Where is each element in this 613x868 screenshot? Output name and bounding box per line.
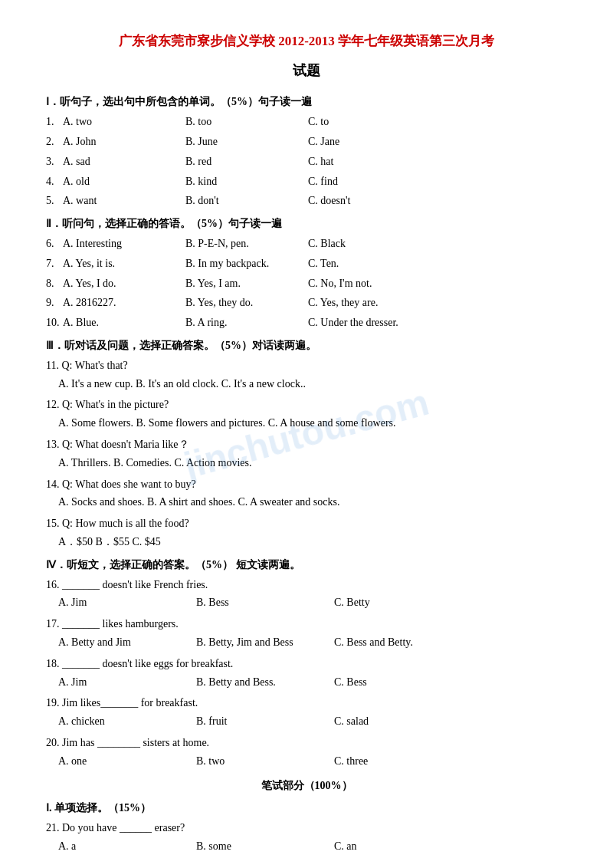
question-block: 14. Q: What does she want to buy?A. Sock… [46, 475, 567, 512]
question-number: 9. [46, 294, 63, 312]
question-row: 1.A. twoB. tooC. to [46, 113, 567, 131]
question-number: 2. [46, 133, 63, 151]
question-row: 7.A. Yes, it is.B. In my backpack.C. Ten… [46, 255, 567, 273]
option-item: A. Blue. [63, 314, 185, 332]
option-item: B. June [185, 133, 308, 151]
question-block: 15. Q: How much is all the food?A．$50 B．… [46, 515, 567, 551]
question-block: 19. Jim likes_______ for breakfast.A. ch… [46, 694, 567, 731]
options-line: A. JimB. BessC. Betty [58, 593, 567, 612]
question-number: 3. [46, 153, 63, 171]
question-text: 21. Do you have ______ eraser? [46, 819, 567, 837]
option-item: C. Black [308, 235, 431, 253]
question-text: 20. Jim has ________ sisters at home. [46, 734, 567, 752]
option-item: A. sad [63, 153, 185, 171]
option-item: B. fruit [196, 712, 334, 731]
question-text: 12. Q: What's in the picture? [46, 396, 567, 414]
section5-header: Ⅰ. 单项选择。（15%） [46, 799, 567, 817]
question-text: 19. Jim likes_______ for breakfast. [46, 694, 567, 712]
option-item: C. to [308, 113, 431, 131]
option-item: B. In my backpack. [185, 255, 308, 273]
question-block: 11. Q: What's that?A. It's a new cup. B.… [46, 357, 567, 393]
question-text: 16. _______ doesn't like French fries. [46, 576, 567, 594]
question-number: 5. [46, 192, 63, 210]
option-item: A. Yes, I do. [63, 275, 185, 293]
option-item: B. two [196, 752, 334, 771]
option-item: A. chicken [58, 712, 196, 731]
question-row: 5.A. wantB. don'tC. doesn't [46, 192, 567, 210]
option-item: C. Ten. [308, 255, 431, 273]
option-item: B. some [196, 837, 334, 856]
option-item: A. want [63, 192, 185, 210]
question-block: 12. Q: What's in the picture?A. Some flo… [46, 396, 567, 432]
question-row: 2.A. JohnB. JuneC. Jane [46, 133, 567, 151]
option-item: C. Under the dresser. [308, 314, 431, 332]
option-item: B. Yes, I am. [185, 275, 308, 293]
question-row: 4.A. oldB. kindC. find [46, 173, 567, 191]
question-row: 8.A. Yes, I do.B. Yes, I am.C. No, I'm n… [46, 275, 567, 293]
section2-header: Ⅱ．听问句，选择正确的答语。（5%）句子读一遍 [46, 215, 567, 233]
options-text: A. Some flowers. B. Some flowers and pic… [58, 414, 567, 432]
question-row: 6.A. InterestingB. P-E-N, pen.C. Black [46, 235, 567, 253]
option-item: B. red [185, 153, 308, 171]
option-item: C. Betty [334, 593, 472, 612]
option-item: B. Betty and Bess. [196, 673, 334, 692]
options-text: A. Socks and shoes. B. A shirt and shoes… [58, 493, 567, 511]
main-title: 广东省东莞市寮步信义学校 2012-2013 学年七年级英语第三次月考 [46, 31, 567, 53]
options-text: A．$50 B．$55 C. $45 [58, 533, 567, 551]
option-item: C. an [334, 837, 472, 856]
question-row: 3.A. sadB. redC. hat [46, 153, 567, 171]
option-item: B. Bess [196, 593, 334, 612]
section5-questions: 21. Do you have ______ eraser?A. aB. som… [46, 819, 567, 856]
question-block: 13. Q: What doesn't Maria like？A. Thrill… [46, 436, 567, 472]
option-item: A. Interesting [63, 235, 185, 253]
section2-questions: 6.A. InterestingB. P-E-N, pen.C. Black7.… [46, 235, 567, 332]
question-number: 10. [46, 314, 63, 332]
option-item: A. old [63, 173, 185, 191]
question-text: 15. Q: How much is all the food? [46, 515, 567, 533]
sub-title: 试题 [46, 59, 567, 83]
option-item: B. don't [185, 192, 308, 210]
option-item: B. too [185, 113, 308, 131]
question-row: 10.A. Blue.B. A ring.C. Under the dresse… [46, 314, 567, 332]
question-block: 20. Jim has ________ sisters at home.A. … [46, 734, 567, 771]
question-number: 1. [46, 113, 63, 131]
option-item: C. doesn't [308, 192, 431, 210]
section4-questions: 16. _______ doesn't like French fries.A.… [46, 576, 567, 771]
options-line: A. aB. someC. an [58, 837, 567, 856]
question-text: 14. Q: What does she want to buy? [46, 475, 567, 494]
section4-header: Ⅳ．听短文，选择正确的答案。（5%） 短文读两遍。 [46, 556, 567, 574]
question-block: 17. _______ likes hamburgers.A. Betty an… [46, 615, 567, 652]
option-item: A. Yes, it is. [63, 255, 185, 273]
question-number: 4. [46, 173, 63, 191]
question-number: 8. [46, 275, 63, 293]
section3-header: Ⅲ．听对话及问题，选择正确答案。（5%）对话读两遍。 [46, 337, 567, 355]
option-item: B. P-E-N, pen. [185, 235, 308, 253]
section3-questions: 11. Q: What's that?A. It's a new cup. B.… [46, 357, 567, 551]
options-line: A. oneB. twoC. three [58, 752, 567, 771]
options-line: A. JimB. Betty and Bess.C. Bess [58, 673, 567, 692]
option-item: B. A ring. [185, 314, 308, 332]
options-text: A. Thrillers. B. Comedies. C. Action mov… [58, 454, 567, 472]
option-item: B. kind [185, 173, 308, 191]
option-item: C. Bess [334, 673, 472, 692]
section1-header: Ⅰ．听句子，选出句中所包含的单词。（5%）句子读一遍 [46, 93, 567, 111]
option-item: C. three [334, 752, 472, 771]
option-item: C. salad [334, 712, 472, 731]
question-text: 18. _______ doesn't like eggs for breakf… [46, 655, 567, 673]
options-line: A. chickenB. fruitC. salad [58, 712, 567, 731]
question-text: 13. Q: What doesn't Maria like？ [46, 436, 567, 454]
question-text: 17. _______ likes hamburgers. [46, 615, 567, 633]
question-block: 18. _______ doesn't like eggs for breakf… [46, 655, 567, 692]
option-item: C. Jane [308, 133, 431, 151]
question-number: 7. [46, 255, 63, 273]
options-text: A. It's a new cup. B. It's an old clock.… [58, 375, 567, 393]
written-title: 笔试部分（100%） [46, 777, 567, 795]
option-item: B. Betty, Jim and Bess [196, 633, 334, 652]
option-item: C. find [308, 173, 431, 191]
option-item: C. No, I'm not. [308, 275, 431, 293]
option-item: B. Yes, they do. [185, 294, 308, 312]
option-item: C. Yes, they are. [308, 294, 431, 312]
question-row: 9.A. 2816227.B. Yes, they do.C. Yes, the… [46, 294, 567, 312]
section1-questions: 1.A. twoB. tooC. to2.A. JohnB. JuneC. Ja… [46, 113, 567, 210]
question-block: 16. _______ doesn't like French fries.A.… [46, 576, 567, 613]
